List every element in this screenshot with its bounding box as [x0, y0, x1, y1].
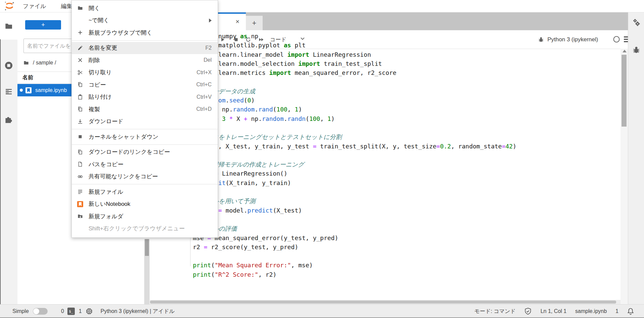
code-line [193, 151, 517, 160]
menu-file[interactable]: ファイル [15, 0, 54, 12]
copy-icon [76, 105, 84, 113]
context-menu-item-15[interactable]: パスをコピー [72, 158, 218, 171]
menu-item-label: 新規フォルダ [89, 213, 212, 220]
kernels-count: 1 [79, 308, 82, 314]
code-line: from sklearn.model_selection import trai… [193, 59, 517, 68]
file-name-label: sample.ipynb [35, 87, 67, 93]
code-line: X_train, X_test, y_train, y_test = train… [193, 142, 517, 151]
link-icon [76, 173, 84, 180]
sidebar-tab-file-browser[interactable] [0, 12, 17, 40]
menu-item-shortcut: Ctrl+X [197, 70, 212, 76]
menu-item-label: ~で開く [89, 16, 209, 24]
kernel-chip-icon[interactable] [86, 308, 93, 315]
context-menu-item-1[interactable]: ~で開く [72, 14, 218, 27]
menu-item-label: 貼り付け [89, 93, 190, 101]
download-icon [76, 118, 84, 125]
simple-mode-label: Simple [12, 308, 29, 314]
code-line: from sklearn.metrics import mean_squared… [193, 68, 517, 77]
menu-item-shortcut: Del [204, 57, 212, 63]
menu-item-label: ダウンロード [89, 118, 212, 125]
simple-mode-toggle[interactable] [33, 308, 48, 315]
context-menu-item-18[interactable]: 新規ファイル [72, 186, 218, 198]
context-menu-item-20[interactable]: 新規フォルダ [72, 210, 218, 223]
breadcrumb-path[interactable]: / sample / [33, 60, 56, 66]
new-folder-icon [76, 213, 84, 220]
code-line: # ダミーデータの生成 [193, 87, 517, 96]
context-menu-item-6[interactable]: 切り取りCtrl+X [72, 66, 218, 79]
code-line [193, 215, 517, 224]
code-line [193, 77, 517, 86]
menu-item-label: 新規ブラウザタブで開く [89, 29, 212, 37]
folder-icon [5, 22, 13, 30]
code-editor[interactable]: import numpy as npimport matplotlib.pypl… [193, 32, 517, 279]
submenu-arrow-icon [209, 18, 212, 22]
close-tab-icon[interactable]: × [234, 18, 241, 25]
copy-icon [76, 148, 84, 156]
context-menu-item-5[interactable]: 削除Del [72, 54, 218, 66]
menu-separator [72, 129, 218, 129]
context-menu: 開く~で開く新規ブラウザタブで開く名前を変更F2削除Del切り取りCtrl+Xコ… [71, 0, 218, 238]
code-line: r2 = r2_score(y_test, y_pred) [193, 242, 517, 252]
add-tab-button[interactable]: + [246, 16, 263, 30]
context-menu-item-10[interactable]: ダウンロード [72, 116, 218, 128]
context-menu-item-14[interactable]: ダウンロードのリンクをコピー [72, 146, 218, 158]
context-menu-item-0[interactable]: 開く [72, 2, 218, 14]
kernel-name-button[interactable]: Python 3 (ipykernel) [547, 35, 598, 44]
kernel-status-idle-icon[interactable] [613, 36, 621, 44]
sidebar-tab-debugger[interactable] [628, 49, 644, 62]
scrollbar-thumb[interactable] [622, 55, 627, 127]
code-line: print("Mean Squared Error:", mse) [193, 261, 517, 270]
terminal-icon[interactable]: $_ [67, 308, 75, 315]
context-menu-item-8[interactable]: 貼り付けCtrl+V [72, 91, 218, 103]
kernel-status-text[interactable]: Python 3 (ipykernel) | アイドル [101, 308, 175, 315]
code-line [193, 252, 517, 261]
breadcrumb[interactable]: / sample / [23, 59, 56, 67]
command-mode-label[interactable]: モード: コマンド [474, 308, 516, 315]
jupyter-logo [3, 1, 15, 11]
running-kernel-dot [20, 89, 23, 92]
context-menu-item-7[interactable]: コピーCtrl+C [72, 79, 218, 91]
menu-item-label: 新しいNotebook [89, 200, 212, 208]
code-line [193, 187, 517, 196]
code-line: X = 2 * np.random.rand(100, 1) [193, 105, 517, 114]
code-line: model = LinearRegression() [193, 169, 517, 178]
notebook-icon [76, 200, 84, 208]
menu-item-label: カーネルをシャットダウン [89, 133, 212, 141]
bell-icon[interactable] [627, 308, 634, 315]
context-menu-item-16[interactable]: 共有可能なリンクをコピー [72, 171, 218, 183]
scrollbar-thumb[interactable] [150, 301, 616, 304]
shield-check-icon[interactable] [524, 308, 532, 315]
sidebar-tab-extensions[interactable] [0, 113, 17, 125]
new-launcher-button[interactable]: + [25, 20, 61, 30]
code-line: # モデルの評価 [193, 224, 517, 233]
debugger-button[interactable] [536, 35, 546, 44]
cursor-position-label[interactable]: Ln 1, Col 1 [540, 308, 566, 314]
menu-item-label: 新規ファイル [89, 188, 212, 196]
context-menu-item-21: Shift+右クリックでブラウザメニュー [72, 223, 218, 235]
context-menu-item-2[interactable]: 新規ブラウザタブで開く [72, 27, 218, 39]
sidebar-tab-table-of-contents[interactable] [0, 86, 17, 98]
context-menu-item-4[interactable]: 名前を変更F2 [72, 42, 218, 54]
gears-icon [632, 18, 640, 39]
menu-item-label: 開く [89, 4, 212, 12]
context-menu-item-9[interactable]: 複製Ctrl+D [72, 103, 218, 116]
scrollbar-thumb[interactable] [145, 239, 149, 256]
puzzle-icon [4, 115, 13, 124]
notebook-vertical-scrollbar[interactable] [621, 49, 628, 304]
context-menu-item-12[interactable]: カーネルをシャットダウン [72, 131, 218, 143]
notifications-count[interactable]: 1 [615, 308, 619, 314]
context-menu-item-19[interactable]: 新しいNotebook [72, 198, 218, 211]
sidebar-tab-running-sessions[interactable] [0, 59, 17, 72]
sidebar-tab-property-inspector[interactable] [628, 22, 644, 35]
list-icon [5, 88, 13, 96]
jupyterlab-window: ファイル 編集 + / sample / 名前 sample.ipynb [0, 0, 644, 318]
folder-icon [76, 4, 84, 12]
menu-item-shortcut: F2 [205, 45, 212, 51]
stop-icon [76, 133, 84, 140]
file-browser-scrollbar[interactable] [144, 239, 150, 304]
scissors-icon [76, 69, 84, 76]
notebook-horizontal-scrollbar[interactable] [150, 300, 621, 304]
terminals-count: 0 [61, 308, 64, 314]
scrollbar-up-arrow[interactable] [623, 50, 627, 52]
notebook-icon [25, 87, 32, 94]
